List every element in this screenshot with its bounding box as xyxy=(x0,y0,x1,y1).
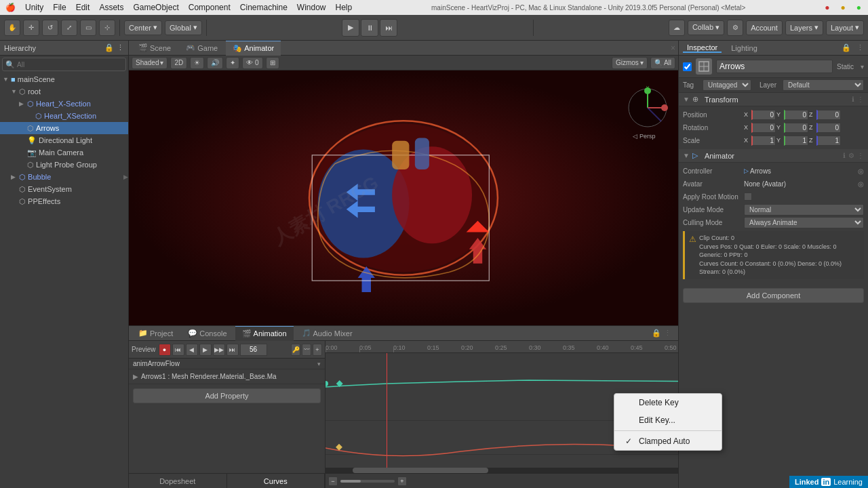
lighting-tab[interactable]: Lighting xyxy=(727,44,762,52)
rot-y[interactable] xyxy=(784,123,808,133)
scene-view[interactable]: Y X ◁ Persp 人素材 RRCG xyxy=(129,70,678,325)
close-viewport-icon[interactable]: × xyxy=(671,43,675,53)
inspector-tab[interactable]: Inspector xyxy=(683,43,722,53)
transform-info[interactable]: ℹ xyxy=(852,96,854,103)
animator-more[interactable]: ⋮ xyxy=(857,152,864,159)
step-button[interactable]: ⏭ xyxy=(380,19,397,37)
update-mode-select[interactable]: Normal xyxy=(744,204,864,216)
animator-info[interactable]: ℹ xyxy=(843,152,846,159)
tab-scene[interactable]: 🎬 Scene xyxy=(132,41,178,56)
anim-add[interactable]: + xyxy=(313,344,322,356)
menu-cinemachine[interactable]: Cinemachine xyxy=(240,3,288,12)
anim-play[interactable]: ▶ xyxy=(199,344,212,356)
tree-heartxsection[interactable]: ⬡ Heart_XSection xyxy=(0,110,128,122)
clip-dropdown-icon[interactable]: ▾ xyxy=(317,361,321,367)
tree-dirlight[interactable]: 💡 Directional Light xyxy=(0,134,128,146)
layout-dropdown[interactable]: Layout ▾ xyxy=(826,20,864,35)
scale-z[interactable] xyxy=(816,136,841,146)
layer-select[interactable]: Default xyxy=(783,79,864,91)
pos-x[interactable]: 0 xyxy=(751,110,776,120)
hierarchy-menu[interactable]: ⋮ xyxy=(117,43,124,52)
inspector-lock[interactable]: 🔒 xyxy=(842,43,851,52)
tool-combo[interactable]: ⊹ xyxy=(99,20,115,36)
tree-arrows[interactable]: ⬡ Arrows xyxy=(0,122,128,134)
btab-audiomixer[interactable]: 🎵Audio Mixer xyxy=(295,326,359,341)
tool-hand[interactable]: ✋ xyxy=(4,20,20,36)
static-dropdown[interactable]: ▾ xyxy=(861,63,864,70)
hierarchy-search[interactable]: 🔍 xyxy=(2,58,126,71)
scale-x[interactable] xyxy=(751,136,776,146)
apple-menu[interactable]: 🍎 xyxy=(5,3,16,12)
object-active-checkbox[interactable] xyxy=(683,62,692,71)
timeline-cursor[interactable] xyxy=(387,353,387,473)
scrollbar-thumb[interactable] xyxy=(353,468,488,473)
avatar-pick[interactable]: ◎ xyxy=(858,180,864,188)
scene-search[interactable]: 🔍 All xyxy=(650,57,675,69)
tool-scale[interactable]: ⤢ xyxy=(61,20,77,36)
rot-z[interactable] xyxy=(816,123,841,133)
layers-dropdown[interactable]: Layers ▾ xyxy=(785,20,823,35)
btab-console[interactable]: 💬Console xyxy=(181,326,233,341)
controller-pick[interactable]: ◎ xyxy=(858,167,864,175)
tree-bubble[interactable]: ▶ ⬡ Bubble ▶ xyxy=(0,171,128,183)
ctx-edit-key[interactable]: Edit Key... xyxy=(614,411,722,429)
collab-dropdown[interactable]: Collab ▾ xyxy=(688,20,724,35)
menu-unity[interactable]: Unity xyxy=(25,3,43,12)
tag-select[interactable]: Untagged xyxy=(703,79,751,91)
tree-ppeffects[interactable]: ⬡ PPEffects xyxy=(0,195,128,207)
transform-more[interactable]: ⋮ xyxy=(857,96,864,103)
add-component-button[interactable]: Add Component xyxy=(683,288,864,303)
account-dropdown[interactable]: Account xyxy=(746,20,783,35)
menu-component[interactable]: Component xyxy=(189,3,231,12)
menu-edit[interactable]: Edit xyxy=(76,3,90,12)
tool-rect[interactable]: ▭ xyxy=(80,20,96,36)
hierarchy-lock[interactable]: 🔒 xyxy=(104,43,114,52)
space-dropdown[interactable]: Global ▾ xyxy=(165,20,202,35)
hidden-layers[interactable]: 👁 0 xyxy=(242,57,262,69)
grid-button[interactable]: ⊞ xyxy=(266,57,279,69)
menu-gameobject[interactable]: GameObject xyxy=(133,3,178,12)
tool-move[interactable]: ✛ xyxy=(23,20,39,36)
audio-button[interactable]: 🔊 xyxy=(207,57,223,69)
cloud-button[interactable]: ☁ xyxy=(669,20,685,36)
btab-animation[interactable]: 🎬Animation xyxy=(235,326,294,341)
transform-header[interactable]: ▼ ⊕ Transform ℹ ⋮ xyxy=(679,93,868,106)
pos-y[interactable]: 0 xyxy=(784,110,808,120)
pos-z[interactable]: 0 xyxy=(816,110,841,120)
ctx-clamped-auto[interactable]: ✓ Clamped Auto xyxy=(614,432,722,450)
tree-root[interactable]: ▼ ⬡ root xyxy=(0,85,128,98)
anim-next[interactable]: ▶▶ xyxy=(213,344,225,356)
zoom-slider[interactable] xyxy=(340,480,395,483)
scale-y[interactable] xyxy=(784,136,808,146)
bottom-lock[interactable]: 🔒 xyxy=(652,329,661,338)
bottom-menu[interactable]: ⋮ xyxy=(664,329,671,338)
traffic-red[interactable]: ● xyxy=(825,3,829,12)
pivot-dropdown[interactable]: Center ▾ xyxy=(124,20,162,35)
tool-rotate[interactable]: ↺ xyxy=(42,20,58,36)
gizmos-dropdown[interactable]: Gizmos ▾ xyxy=(612,57,648,69)
tab-animator[interactable]: 🎭 Animator xyxy=(226,41,281,56)
effects-button[interactable]: ✦ xyxy=(226,57,239,69)
pause-button[interactable]: ⏸ xyxy=(361,19,378,37)
shading-dropdown[interactable]: Shaded ▾ xyxy=(132,57,167,69)
2d-button[interactable]: 2D xyxy=(170,57,187,69)
menu-help[interactable]: Help xyxy=(336,3,353,12)
anim-first[interactable]: ⏮ xyxy=(172,344,184,356)
anim-key[interactable]: 🔑 xyxy=(291,344,300,356)
rot-x[interactable] xyxy=(751,123,776,133)
tree-mainscene[interactable]: ▼ ■ mainScene xyxy=(0,73,128,85)
add-property-button[interactable]: Add Property xyxy=(133,388,321,403)
btab-project[interactable]: 📁Project xyxy=(132,326,180,341)
zoom-out-button[interactable]: − xyxy=(328,476,338,486)
hierarchy-search-input[interactable] xyxy=(17,61,123,68)
anim-frame-input[interactable]: 56 xyxy=(240,344,267,356)
inspector-menu[interactable]: ⋮ xyxy=(856,43,864,52)
object-name-input[interactable] xyxy=(716,60,833,73)
culling-mode-select[interactable]: Always Animate xyxy=(744,217,864,228)
ctx-delete-key[interactable]: Delete Key xyxy=(614,394,722,411)
traffic-green[interactable]: ● xyxy=(856,3,861,12)
animator-settings[interactable]: ⚙ xyxy=(848,152,854,159)
anim-last[interactable]: ⏭ xyxy=(226,344,239,356)
tree-eventsystem[interactable]: ⬡ EventSystem xyxy=(0,183,128,195)
zoom-in-button[interactable]: + xyxy=(397,476,407,486)
